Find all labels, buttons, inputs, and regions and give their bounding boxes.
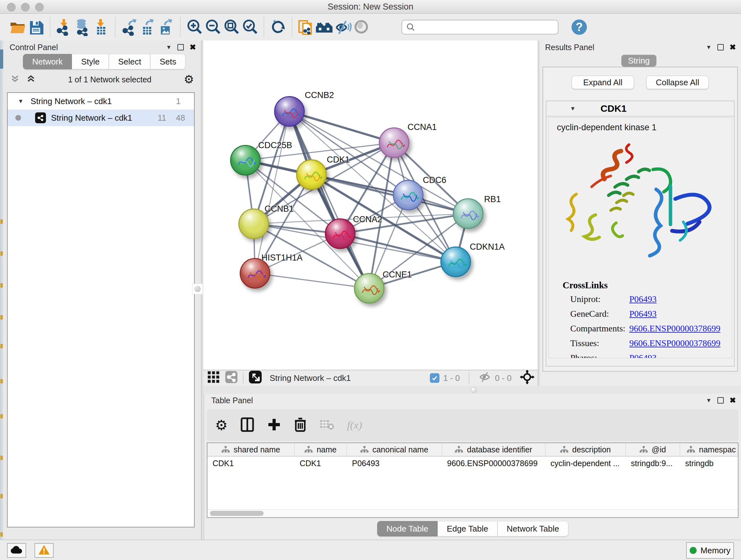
crosslink-genecard-link[interactable]: P06493 bbox=[629, 309, 657, 319]
network-node-cdc25b[interactable] bbox=[230, 145, 261, 176]
node-label: CCNA2 bbox=[353, 214, 382, 225]
network-node-ccnb2[interactable] bbox=[274, 96, 305, 127]
panel-float-icon[interactable] bbox=[178, 44, 184, 51]
import-network-from-database-button[interactable] bbox=[73, 17, 92, 37]
column-header[interactable]: database identifier bbox=[442, 443, 545, 456]
network-node-cdk1[interactable] bbox=[296, 159, 327, 190]
column-header[interactable]: shared name bbox=[207, 443, 294, 456]
string-view-icon[interactable] bbox=[225, 371, 238, 386]
protein-section: ▼ CDK1 cyclin-dependent kinase 1 bbox=[546, 101, 735, 367]
node-label: CDC6 bbox=[423, 175, 447, 185]
network-row-selected[interactable]: String Network – cdk1 11 48 bbox=[8, 110, 194, 126]
column-header[interactable]: name bbox=[294, 443, 347, 456]
collapse-all-networks-icon[interactable] bbox=[10, 74, 20, 85]
memory-label: Memory bbox=[700, 546, 731, 556]
tab-sets[interactable]: Sets bbox=[150, 54, 185, 69]
network-canvas[interactable]: CCNB2CCNA1CDC25BCDK1CDC6RB1CCNB1CCNA2CDK… bbox=[203, 41, 538, 370]
crosslink-pharos-link[interactable]: P06493 bbox=[629, 353, 657, 358]
node-label: CCNA1 bbox=[408, 122, 437, 132]
table-panel: Table Panel ▼ ✖ ⚙ f(x) shared name name bbox=[204, 394, 741, 540]
zoom-in-icon bbox=[186, 18, 203, 36]
save-session-button[interactable] bbox=[27, 17, 45, 37]
import-network-button[interactable] bbox=[55, 17, 73, 37]
export-network-button[interactable] bbox=[120, 17, 138, 37]
horizontal-splitter-handle[interactable] bbox=[471, 387, 477, 393]
protein-structure-thumbnail bbox=[241, 259, 271, 290]
import-table-button[interactable] bbox=[92, 17, 111, 37]
tree-expand-icon[interactable]: ▼ bbox=[18, 98, 23, 105]
zoom-in-button[interactable] bbox=[185, 17, 204, 37]
table-row[interactable]: CDK1 CDK1 P06493 9606.ENSP00000378699 cy… bbox=[207, 456, 738, 470]
memory-button[interactable]: Memory bbox=[686, 542, 734, 559]
column-header[interactable]: namespac bbox=[680, 443, 741, 456]
panel-menu-icon[interactable]: ▼ bbox=[706, 397, 712, 404]
tab-string[interactable]: String bbox=[621, 55, 657, 67]
panel-close-icon[interactable]: ✖ bbox=[190, 44, 196, 51]
network-node-rb1[interactable] bbox=[453, 198, 483, 229]
create-column-icon[interactable] bbox=[267, 418, 281, 433]
birdseye-view-icon[interactable] bbox=[249, 370, 262, 386]
table-horizontal-scrollbar[interactable] bbox=[207, 509, 738, 517]
crosslink-tissues-link[interactable]: 9606.ENSP00000378699 bbox=[629, 338, 720, 348]
panel-float-icon[interactable] bbox=[718, 397, 724, 403]
show-all-button[interactable] bbox=[352, 17, 371, 37]
column-header[interactable]: description bbox=[545, 443, 626, 456]
selected-nodes-checkbox[interactable] bbox=[430, 373, 440, 383]
network-node-cdkn1a[interactable] bbox=[441, 246, 471, 277]
network-node-ccne1[interactable] bbox=[354, 273, 385, 304]
annotation-mode-button[interactable] bbox=[297, 17, 315, 37]
open-session-button[interactable] bbox=[8, 17, 27, 37]
cloud-button[interactable] bbox=[7, 543, 26, 558]
tab-node-table[interactable]: Node Table bbox=[377, 521, 437, 537]
zoom-fit-button[interactable] bbox=[222, 17, 241, 37]
network-node-ccna2[interactable] bbox=[325, 219, 355, 249]
tab-edge-table[interactable]: Edge Table bbox=[437, 521, 497, 537]
warnings-button[interactable] bbox=[35, 543, 54, 558]
panel-close-icon[interactable]: ✖ bbox=[730, 396, 736, 404]
tab-network-table[interactable]: Network Table bbox=[497, 521, 568, 537]
fit-crosshair-icon[interactable] bbox=[520, 370, 535, 387]
network-node-cdc6[interactable] bbox=[393, 180, 423, 210]
refresh-view-button[interactable] bbox=[269, 17, 287, 37]
export-table-button[interactable] bbox=[138, 17, 157, 37]
left-splitter-handle[interactable] bbox=[192, 284, 203, 294]
search-input[interactable] bbox=[401, 20, 558, 35]
show-columns-icon[interactable] bbox=[240, 417, 254, 434]
tab-select[interactable]: Select bbox=[109, 54, 150, 69]
export-image-button[interactable] bbox=[157, 17, 176, 37]
scrollbar-thumb[interactable] bbox=[210, 511, 264, 516]
panel-float-icon[interactable] bbox=[718, 44, 724, 51]
function-builder-icon-disabled: f(x) bbox=[347, 419, 362, 431]
zoom-selected-button[interactable] bbox=[241, 17, 259, 37]
column-header[interactable]: canonical name bbox=[347, 443, 442, 456]
protein-structure-image bbox=[557, 135, 723, 275]
first-neighbors-button[interactable] bbox=[315, 17, 334, 37]
zoom-out-button[interactable] bbox=[204, 17, 222, 37]
network-view-statusbar: String Network – cdk1 1 - 0 0 - 0 bbox=[203, 370, 538, 386]
horizontal-splitter[interactable] bbox=[203, 386, 741, 394]
tab-network[interactable]: Network bbox=[23, 54, 72, 69]
panel-menu-icon[interactable]: ▼ bbox=[166, 44, 172, 51]
network-node-ccna1[interactable] bbox=[379, 127, 409, 158]
network-options-gear-icon[interactable]: ⚙ bbox=[184, 74, 194, 85]
table-options-gear-icon[interactable]: ⚙ bbox=[215, 418, 227, 432]
column-header[interactable]: @id bbox=[626, 443, 680, 456]
panel-menu-icon[interactable]: ▼ bbox=[706, 44, 712, 51]
open-folder-icon bbox=[9, 19, 26, 35]
expand-all-networks-icon[interactable] bbox=[26, 74, 36, 85]
grid-view-icon[interactable] bbox=[207, 371, 220, 386]
collapse-all-button[interactable]: Collapse All bbox=[646, 76, 709, 89]
delete-column-icon[interactable] bbox=[294, 417, 307, 434]
node-label: RB1 bbox=[484, 194, 501, 204]
edge-count: 48 bbox=[176, 113, 185, 123]
section-collapse-icon[interactable]: ▼ bbox=[570, 105, 576, 112]
crosslink-uniprot-link[interactable]: P06493 bbox=[629, 294, 657, 304]
panel-close-icon[interactable]: ✖ bbox=[730, 44, 736, 51]
protein-section-header[interactable]: ▼ CDK1 bbox=[546, 101, 734, 117]
network-collection-row[interactable]: ▼ String Network – cdk1 1 bbox=[8, 93, 194, 110]
hide-selected-button[interactable] bbox=[334, 17, 352, 37]
crosslink-compartments-link[interactable]: 9606.ENSP00000378699 bbox=[629, 323, 720, 334]
expand-all-button[interactable]: Expand All bbox=[571, 76, 634, 89]
help-button[interactable]: ? bbox=[570, 17, 589, 37]
tab-style[interactable]: Style bbox=[72, 54, 109, 69]
